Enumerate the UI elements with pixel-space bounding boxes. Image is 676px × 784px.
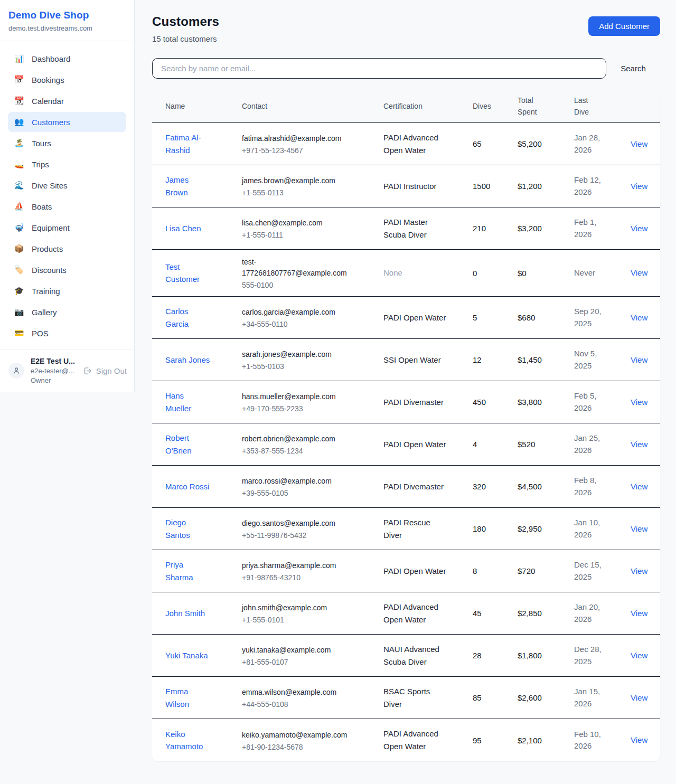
sidebar-item-products[interactable]: 📦 Products: [8, 239, 126, 259]
customer-dives: 65: [473, 139, 505, 148]
customer-email: fatima.alrashid@example.com: [242, 133, 354, 144]
customer-name-cell: James Brown: [165, 174, 229, 199]
view-customer-link[interactable]: View: [631, 609, 647, 618]
view-customer-link[interactable]: View: [631, 440, 647, 449]
sidebar-item-label: Calendar: [32, 97, 64, 106]
view-customer-link[interactable]: View: [631, 398, 647, 407]
view-customer-link[interactable]: View: [631, 139, 647, 148]
customer-name-link[interactable]: James Brown: [165, 174, 211, 199]
view-customer-link[interactable]: View: [631, 224, 647, 233]
view-customer-link[interactable]: View: [631, 182, 647, 191]
customer-last-dive: Dec 28, 2025: [574, 644, 606, 667]
customer-certification: PADI Open Water: [383, 311, 450, 324]
view-customer-link[interactable]: View: [631, 482, 647, 491]
customer-email: carlos.garcia@example.com: [242, 307, 354, 318]
customer-name-link[interactable]: John Smith: [165, 607, 205, 619]
customer-name-link[interactable]: Lisa Chen: [165, 222, 201, 234]
main-content: Customers 15 total customers Add Custome…: [135, 0, 676, 761]
customer-name-cell: Sarah Jones: [165, 354, 229, 366]
customer-name-link[interactable]: Yuki Tanaka: [165, 649, 208, 662]
table-row: John Smith john.smith@example.com +1-555…: [152, 592, 660, 635]
customer-dives: 85: [473, 693, 505, 702]
view-customer-link[interactable]: View: [631, 313, 647, 322]
customer-name-link[interactable]: Keiko Yamamoto: [165, 728, 211, 753]
view-customer-link[interactable]: View: [631, 693, 647, 702]
view-customer-link[interactable]: View: [631, 651, 647, 660]
view-customer-link[interactable]: View: [631, 355, 647, 364]
customer-name-link[interactable]: Diego Santos: [165, 516, 211, 541]
customer-phone: +55-11-99876-5432: [242, 531, 354, 540]
customer-dives: 12: [473, 355, 505, 364]
view-customer-link[interactable]: View: [631, 735, 647, 744]
customer-total-spent: $2,100: [518, 736, 561, 745]
customer-name-link[interactable]: Test Customer: [165, 261, 211, 286]
user-email: e2e-tester@...: [31, 367, 77, 375]
sidebar-item-label: Gallery: [32, 308, 57, 317]
sidebar-item-gallery[interactable]: 📷 Gallery: [8, 302, 126, 322]
customer-name-link[interactable]: Priya Sharma: [165, 559, 211, 583]
customer-name-cell: Lisa Chen: [165, 222, 229, 234]
customers-table: Name Contact Certification Dives Total S…: [152, 91, 660, 761]
sidebar-item-pos[interactable]: 💳 POS: [8, 323, 126, 343]
customer-view-cell: View: [631, 268, 647, 278]
customer-view-cell: View: [631, 482, 647, 492]
customer-view-cell: View: [631, 651, 647, 660]
customer-last-dive: Jan 25, 2026: [574, 432, 606, 456]
sidebar-item-customers[interactable]: 👥 Customers: [8, 112, 126, 132]
customer-name-cell: Test Customer: [165, 261, 229, 286]
customer-dives: 210: [473, 224, 505, 233]
customer-name-link[interactable]: Emma Wilson: [165, 685, 211, 710]
customer-contact-cell: keiko.yamamoto@example.com +81-90-1234-5…: [242, 730, 354, 751]
view-customer-link[interactable]: View: [631, 566, 647, 575]
customer-name-link[interactable]: Sarah Jones: [165, 354, 210, 366]
customer-view-cell: View: [631, 440, 647, 449]
sign-out-label: Sign Out: [96, 366, 127, 375]
discounts-icon: 🏷️: [14, 265, 24, 275]
customer-name-link[interactable]: Hans Mueller: [165, 390, 211, 414]
customer-name-link[interactable]: Robert O'Brien: [165, 432, 211, 457]
customer-email: keiko.yamamoto@example.com: [242, 730, 354, 741]
sign-out-button[interactable]: Sign Out: [83, 366, 127, 375]
customer-name-link[interactable]: Marco Rossi: [165, 480, 209, 493]
sidebar-header: Demo Dive Shop demo.test.divestreams.com: [0, 0, 134, 41]
sidebar-item-bookings[interactable]: 📅 Bookings: [8, 70, 126, 90]
customer-email: test-1772681807767@example.com: [242, 257, 354, 279]
customer-contact-cell: lisa.chen@example.com +1-555-0111: [242, 218, 354, 239]
customer-certification: PADI Open Water: [383, 565, 450, 578]
sidebar-item-training[interactable]: 🎓 Training: [8, 281, 126, 301]
customer-dives: 4: [473, 440, 505, 449]
table-header-row: Name Contact Certification Dives Total S…: [152, 91, 660, 123]
view-customer-link[interactable]: View: [631, 524, 647, 533]
add-customer-button[interactable]: Add Customer: [588, 16, 660, 36]
search-button[interactable]: Search: [606, 64, 660, 73]
customer-phone: +1-555-0101: [242, 616, 354, 624]
view-customer-link[interactable]: View: [631, 268, 647, 277]
sidebar-item-trips[interactable]: 🚤 Trips: [8, 154, 126, 174]
user-role: Owner: [31, 376, 77, 384]
customer-name-cell: Fatima Al-Rashid: [165, 131, 229, 156]
customer-last-dive: Feb 5, 2026: [574, 390, 606, 414]
customer-certification: PADI Advanced Open Water: [383, 601, 450, 626]
customer-name-link[interactable]: Carlos Garcia: [165, 305, 211, 330]
user-name: E2E Test U...: [31, 357, 77, 365]
sidebar-item-label: Bookings: [32, 75, 64, 84]
sidebar-item-boats[interactable]: ⛵ Boats: [8, 196, 126, 216]
page-title: Customers: [152, 14, 219, 29]
sidebar-item-calendar[interactable]: 📆 Calendar: [8, 91, 126, 111]
sidebar-item-dashboard[interactable]: 📊 Dashboard: [8, 49, 126, 69]
sidebar-item-tours[interactable]: 🏝️ Tours: [8, 133, 126, 153]
customer-email: priya.sharma@example.com: [242, 560, 354, 571]
customer-certification: BSAC Sports Diver: [383, 685, 450, 711]
customer-email: emma.wilson@example.com: [242, 687, 354, 698]
sidebar-item-discounts[interactable]: 🏷️ Discounts: [8, 260, 126, 280]
customer-contact-cell: robert.obrien@example.com +353-87-555-12…: [242, 433, 354, 455]
sidebar-item-dive-sites[interactable]: 🌊 Dive Sites: [8, 175, 126, 195]
customer-phone: +1-555-0111: [242, 231, 354, 239]
customer-name-link[interactable]: Fatima Al-Rashid: [165, 131, 211, 156]
customer-total-spent: $720: [518, 566, 561, 575]
search-input[interactable]: [152, 58, 606, 79]
table-row: Keiko Yamamoto keiko.yamamoto@example.co…: [152, 719, 660, 761]
sidebar-item-equipment[interactable]: 🤿 Equipment: [8, 218, 126, 238]
sidebar-item-label: POS: [32, 329, 49, 338]
search-row: Search: [152, 58, 660, 79]
